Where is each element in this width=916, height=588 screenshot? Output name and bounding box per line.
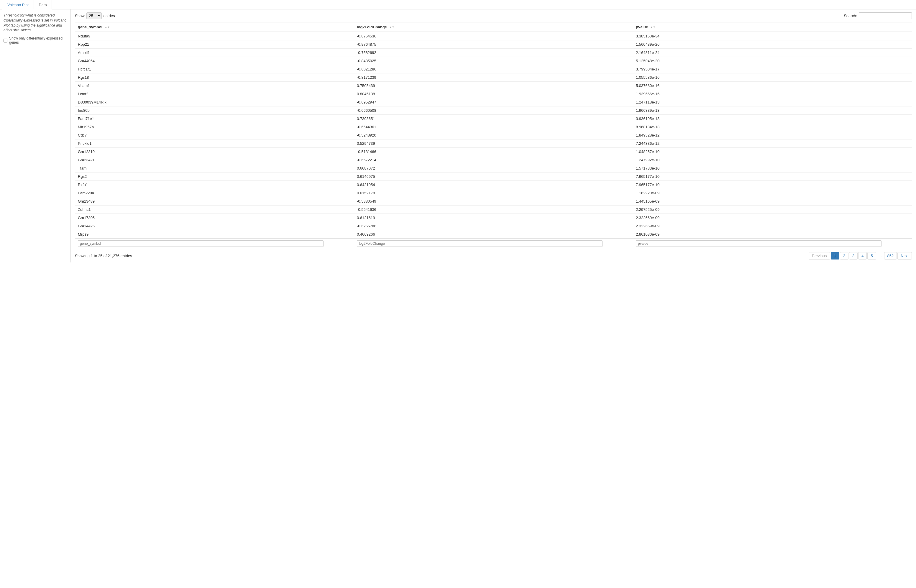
data-content: Show 10 25 50 100 entries Search: gene_s… bbox=[71, 10, 916, 262]
table-row: Zdhhc1 -0.5541636 2.297525e-09 bbox=[75, 205, 912, 214]
cell-gene-symbol: Fam229a bbox=[75, 189, 354, 197]
cell-pvalue: 3.936195e-13 bbox=[633, 115, 912, 123]
cell-gene-symbol: Ndufa9 bbox=[75, 32, 354, 40]
cell-gene-symbol: Mir1957a bbox=[75, 123, 354, 131]
cell-pvalue: 7.244336e-12 bbox=[633, 139, 912, 148]
prev-button[interactable]: Previous bbox=[809, 252, 830, 260]
cell-log2foldchange: -0.8485025 bbox=[354, 57, 633, 65]
table-row: Fam71e1 0.7393651 3.936195e-13 bbox=[75, 115, 912, 123]
table-row: Rgs18 -0.8171239 1.055586e-16 bbox=[75, 73, 912, 82]
cell-log2foldchange: 0.5294739 bbox=[354, 139, 633, 148]
cell-gene-symbol: Mrps9 bbox=[75, 230, 354, 239]
table-row: Mir1957a -0.6644361 8.968134e-13 bbox=[75, 123, 912, 131]
cell-log2foldchange: -0.6265786 bbox=[354, 222, 633, 230]
cell-log2foldchange: 0.6687072 bbox=[354, 164, 633, 173]
cell-gene-symbol: Gm12319 bbox=[75, 148, 354, 156]
cell-gene-symbol: Hcfc1r1 bbox=[75, 65, 354, 73]
page-852-button[interactable]: 852 bbox=[884, 252, 897, 260]
footer-log2foldchange-cell bbox=[354, 239, 633, 249]
cell-log2foldchange: 0.4669266 bbox=[354, 230, 633, 239]
show-entries-control: Show 10 25 50 100 entries bbox=[75, 12, 115, 19]
col-header-gene-symbol[interactable]: gene_symbol ▲▼ bbox=[75, 23, 354, 32]
col-header-pvalue[interactable]: pvalue ▲▼ bbox=[633, 23, 912, 32]
cell-log2foldchange: -0.5131466 bbox=[354, 148, 633, 156]
table-row: Rxfp1 0.6421954 7.965177e-10 bbox=[75, 181, 912, 189]
cell-gene-symbol: Cdc7 bbox=[75, 131, 354, 139]
cell-gene-symbol: Gm13489 bbox=[75, 197, 354, 205]
cell-pvalue: 7.965177e-10 bbox=[633, 173, 912, 181]
filter-gene-symbol[interactable] bbox=[78, 240, 323, 247]
cell-log2foldchange: -0.8764536 bbox=[354, 32, 633, 40]
top-controls: Show 10 25 50 100 entries Search: bbox=[75, 12, 912, 19]
cell-gene-symbol: Lcmt2 bbox=[75, 90, 354, 98]
cell-gene-symbol: Rgs18 bbox=[75, 73, 354, 82]
cell-gene-symbol: Vcam1 bbox=[75, 82, 354, 90]
bottom-controls: Showing 1 to 25 of 21,276 entries Previo… bbox=[75, 252, 912, 260]
table-footer-filter-row bbox=[75, 239, 912, 249]
table-header-row: gene_symbol ▲▼ log2FoldChange ▲▼ pvalue … bbox=[75, 23, 912, 32]
cell-pvalue: 1.966339e-13 bbox=[633, 107, 912, 115]
cell-gene-symbol: Zdhhc1 bbox=[75, 205, 354, 214]
footer-gene-symbol-cell bbox=[75, 239, 354, 249]
table-row: Hcfc1r1 -0.6021286 3.799504e-17 bbox=[75, 65, 912, 73]
diff-expressed-checkbox[interactable] bbox=[3, 39, 7, 42]
pagination: Previous 1 2 3 4 5 ... 852 Next bbox=[809, 252, 912, 260]
cell-gene-symbol: Ino80b bbox=[75, 107, 354, 115]
next-button[interactable]: Next bbox=[897, 252, 912, 260]
table-row: Vcam1 0.7505439 5.037680e-16 bbox=[75, 82, 912, 90]
table-row: Gm17305 0.6121619 2.322669e-09 bbox=[75, 214, 912, 222]
table-row: Cdc7 -0.5248920 1.849328e-12 bbox=[75, 131, 912, 139]
sidebar: Threshold for what is considered differe… bbox=[0, 10, 71, 262]
cell-gene-symbol: Tfam bbox=[75, 164, 354, 173]
cell-pvalue: 3.385150e-34 bbox=[633, 32, 912, 40]
tab-data[interactable]: Data bbox=[34, 0, 52, 10]
table-row: Tfam 0.6687072 1.571783e-10 bbox=[75, 164, 912, 173]
cell-gene-symbol: Rpp21 bbox=[75, 40, 354, 48]
cell-pvalue: 1.571783e-10 bbox=[633, 164, 912, 173]
sidebar-notice: Threshold for what is considered differe… bbox=[3, 13, 67, 33]
cell-pvalue: 1.247118e-13 bbox=[633, 98, 912, 107]
main-layout: Threshold for what is considered differe… bbox=[0, 10, 916, 262]
page-5-button[interactable]: 5 bbox=[868, 252, 876, 260]
sort-arrows-log2foldchange: ▲▼ bbox=[389, 26, 394, 29]
cell-log2foldchange: 0.6421954 bbox=[354, 181, 633, 189]
filter-log2foldchange[interactable] bbox=[357, 240, 603, 247]
cell-gene-symbol: Gm17305 bbox=[75, 214, 354, 222]
page-4-button[interactable]: 4 bbox=[858, 252, 867, 260]
tab-volcano-plot[interactable]: Volcano Plot bbox=[2, 0, 34, 10]
cell-pvalue: 1.849328e-12 bbox=[633, 131, 912, 139]
page-3-button[interactable]: 3 bbox=[849, 252, 858, 260]
footer-pvalue-cell bbox=[633, 239, 912, 249]
search-input[interactable] bbox=[859, 12, 912, 19]
cell-gene-symbol: Fam71e1 bbox=[75, 115, 354, 123]
cell-log2foldchange: -0.8171239 bbox=[354, 73, 633, 82]
table-row: Ino80b -0.6660508 1.966339e-13 bbox=[75, 107, 912, 115]
cell-gene-symbol: Gm23421 bbox=[75, 156, 354, 164]
cell-log2foldchange: -0.6952947 bbox=[354, 98, 633, 107]
page-2-button[interactable]: 2 bbox=[840, 252, 848, 260]
table-row: Lcmt2 0.8045138 1.939666e-15 bbox=[75, 90, 912, 98]
cell-log2foldchange: -0.5248920 bbox=[354, 131, 633, 139]
col-header-log2foldchange[interactable]: log2FoldChange ▲▼ bbox=[354, 23, 633, 32]
filter-pvalue[interactable] bbox=[636, 240, 882, 247]
table-row: Gm14425 -0.6265786 2.322669e-09 bbox=[75, 222, 912, 230]
entries-select[interactable]: 10 25 50 100 bbox=[86, 12, 102, 19]
table-row: Amotl1 -0.7582692 2.164811e-24 bbox=[75, 48, 912, 57]
cell-log2foldchange: -0.7582692 bbox=[354, 48, 633, 57]
table-row: Prickle1 0.5294739 7.244336e-12 bbox=[75, 139, 912, 148]
entries-label: entries bbox=[103, 14, 115, 18]
table-row: Fam229a 0.6152178 1.162920e-09 bbox=[75, 189, 912, 197]
diff-expressed-label: Show only differentially expressed genes bbox=[9, 36, 67, 45]
cell-log2foldchange: -0.9764875 bbox=[354, 40, 633, 48]
tabs-bar: Volcano Plot Data bbox=[0, 0, 916, 10]
sort-arrows-pvalue: ▲▼ bbox=[650, 26, 656, 29]
cell-pvalue: 3.799504e-17 bbox=[633, 65, 912, 73]
cell-pvalue: 5.037680e-16 bbox=[633, 82, 912, 90]
cell-pvalue: 1.560439e-26 bbox=[633, 40, 912, 48]
cell-pvalue: 1.162920e-09 bbox=[633, 189, 912, 197]
cell-log2foldchange: 0.7393651 bbox=[354, 115, 633, 123]
sort-arrows-gene-symbol: ▲▼ bbox=[105, 26, 110, 29]
cell-log2foldchange: -0.6572214 bbox=[354, 156, 633, 164]
page-1-button[interactable]: 1 bbox=[831, 252, 839, 260]
table-row: D830039M14Rik -0.6952947 1.247118e-13 bbox=[75, 98, 912, 107]
